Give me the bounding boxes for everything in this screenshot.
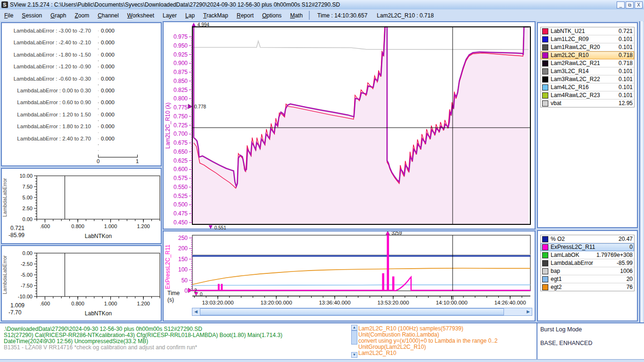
- svg-text:150: 150: [178, 256, 188, 263]
- channel-name: Lam2RawL2C_R21: [551, 60, 600, 66]
- svg-text:7.50: 7.50: [23, 184, 33, 189]
- lambda-error-histogram-panel[interactable]: LambdaLabError : -3.00 to -2.700.000Lamb…: [1, 22, 162, 166]
- channel-value: 1.79769e+308: [596, 252, 633, 258]
- menu-trackmap[interactable]: TrackMap: [199, 11, 232, 20]
- scroll-up-icon[interactable]: ▲: [351, 325, 357, 330]
- histogram-bin-value: 0.000: [101, 112, 115, 117]
- svg-text:0.775: 0.775: [173, 104, 188, 111]
- scroll-right-icon[interactable]: ▶: [525, 308, 532, 315]
- burst-log-title: Burst Log Mode: [540, 326, 592, 333]
- menu-report[interactable]: Report: [232, 11, 258, 20]
- channel-top-row-lam3rawl2c-r22[interactable]: Lam3RawL2C_R220.101: [541, 75, 634, 83]
- histogram-bin-label: LambdaLabError : 0.60 to 0.90: [17, 99, 91, 105]
- svg-text:.600: .600: [40, 301, 50, 306]
- channel-color-swatch: [542, 284, 548, 290]
- svg-text:5.00: 5.00: [23, 195, 33, 200]
- histogram-bin-label: LambdaLabError : -2.40 to -2.10: [14, 40, 91, 45]
- channel-color-swatch: [542, 260, 548, 266]
- histogram-bin-label: LambdaLabError : -1.80 to -1.50: [14, 52, 91, 58]
- scatter-plot-upper[interactable]: 10.007.505.002.500.00.6000.8001.0001.200…: [1, 168, 162, 244]
- svg-text:LambdaLabError: LambdaLabError: [2, 178, 8, 217]
- exhaust-pressure-chart-panel[interactable]: ◀ ▶ 050100150200250ExPressL2C_R1113:03:2…: [163, 230, 536, 321]
- menu-math[interactable]: Math: [286, 11, 307, 20]
- scroll-down-icon[interactable]: ▼: [351, 352, 357, 358]
- channel-top-row-lam4rawl2c-r23[interactable]: Lam4RawL2C_R230.101: [541, 91, 634, 99]
- svg-text:13:36:40.000: 13:36:40.000: [319, 300, 350, 305]
- menu-worksheet[interactable]: Worksheet: [123, 11, 158, 20]
- channel-bottom-row--o2[interactable]: % O220.47: [541, 235, 634, 243]
- scroll-left-icon[interactable]: ◀: [192, 308, 199, 315]
- svg-text:0.875: 0.875: [173, 69, 188, 75]
- app-icon: S: [1, 1, 8, 8]
- svg-text:14:26:40.000: 14:26:40.000: [494, 300, 526, 305]
- close-icon[interactable]: X: [635, 1, 643, 8]
- channel-top-row-lam2l2c-r10[interactable]: Lam2L2C_R100.718: [541, 51, 634, 59]
- svg-text:-7.70: -7.70: [8, 309, 22, 316]
- channel-top-row-labntk-u21[interactable]: LabNTK_U210.721: [541, 27, 634, 35]
- right-splitter-strip[interactable]: [639, 21, 643, 322]
- scatter-lower-svg[interactable]: 0.00-2.50-5.00-7.50-10.00.6000.8001.0001…: [2, 246, 161, 321]
- channel-color-swatch: [542, 268, 548, 274]
- menu-channel[interactable]: Channel: [93, 11, 123, 20]
- menu-layer[interactable]: Layer: [158, 11, 181, 20]
- channel-bottom-row-lamlabok[interactable]: LamLabOK1.79769e+308: [541, 251, 634, 259]
- channel-color-swatch: [542, 92, 548, 99]
- channel-bottom-row-egt2[interactable]: egt276: [541, 283, 634, 291]
- channel-value: 0.101: [619, 68, 633, 74]
- info-scrollbar[interactable]: ▲ ▼: [351, 325, 357, 358]
- svg-text:1.009: 1.009: [10, 302, 25, 309]
- menu-file[interactable]: File: [0, 11, 17, 20]
- channel-color-swatch: [542, 100, 548, 107]
- svg-text:2.50: 2.50: [23, 206, 33, 211]
- svg-text:0.550: 0.550: [173, 184, 188, 190]
- main-lambda-chart-panel[interactable]: 0.4500.4750.5000.5250.5500.5750.6000.625…: [163, 21, 536, 230]
- title-bar: S SView 2.15.274 : C:\Users\Public\Docum…: [0, 0, 644, 10]
- scatter-plot-lower[interactable]: 0.00-2.50-5.00-7.50-10.00.6000.8001.0001…: [1, 245, 162, 321]
- svg-text:0.00: 0.00: [23, 250, 33, 256]
- histogram-bin-value: 0.000: [101, 52, 115, 58]
- svg-text:0.650: 0.650: [173, 148, 188, 155]
- channel-bottom-row-expressl2c-r11[interactable]: ExPressL2C_R110: [541, 243, 634, 251]
- channel-top-row-lam3l2c-r14[interactable]: Lam3L2C_R140.101: [541, 67, 634, 75]
- scroll-thumb[interactable]: [200, 308, 504, 315]
- minimize-icon[interactable]: _: [617, 1, 625, 8]
- scatter-upper-svg[interactable]: 10.007.505.002.500.00.6000.8001.0001.200…: [2, 169, 161, 243]
- channel-value: 20: [627, 276, 633, 282]
- histogram-bin-value: 0.000: [101, 28, 115, 33]
- svg-text:(s): (s): [167, 296, 174, 303]
- menu-bar: FileSessionGraphZoomChannelWorksheetLaye…: [0, 9, 644, 22]
- channel-color-swatch: [542, 52, 548, 58]
- scroll-thumb[interactable]: [351, 330, 357, 345]
- channel-value: 0.718: [619, 60, 633, 66]
- menu-graph[interactable]: Graph: [46, 11, 70, 20]
- svg-text:1.200: 1.200: [137, 301, 150, 306]
- svg-text:0.725: 0.725: [173, 122, 188, 129]
- histogram-bin-label: LambdaLabError : -0.60 to -0.30: [14, 76, 91, 82]
- time-scrollbar[interactable]: ◀ ▶: [192, 308, 532, 316]
- channel-top-row-lam4l2c-r16[interactable]: Lam4L2C_R160.101: [541, 83, 634, 91]
- main-chart-svg[interactable]: 0.4500.4750.5000.5250.5500.5750.6000.625…: [164, 22, 535, 233]
- channel-top-row-lam1l2c-r09[interactable]: Lam1L2C_R090.101: [541, 35, 634, 43]
- channel-value: 0.101: [619, 76, 633, 82]
- menu-session[interactable]: Session: [17, 11, 46, 20]
- svg-text:1.000: 1.000: [104, 223, 117, 229]
- channel-color-swatch: [542, 36, 548, 42]
- restore-icon[interactable]: ⧉: [626, 1, 634, 8]
- menu-zoom[interactable]: Zoom: [70, 11, 93, 20]
- channel-color-swatch: [542, 236, 548, 242]
- channel-color-swatch: [542, 252, 548, 258]
- svg-text:0.551: 0.551: [215, 225, 226, 230]
- channel-name: Lam1RawL2C_R20: [551, 44, 600, 50]
- channel-top-row-lam1rawl2c-r20[interactable]: Lam1RawL2C_R200.101: [541, 43, 634, 51]
- channel-bottom-row-egt1[interactable]: egt120: [541, 275, 634, 283]
- bottom-chart-svg[interactable]: 050100150200250ExPressL2C_R1113:03:20.00…: [164, 231, 535, 307]
- channel-bottom-row-bap[interactable]: bap1006: [541, 267, 634, 275]
- svg-text:4.994: 4.994: [198, 22, 209, 27]
- channel-top-row-lam2rawl2c-r21[interactable]: Lam2RawL2C_R210.718: [541, 59, 634, 67]
- svg-text:0.700: 0.700: [173, 131, 188, 137]
- menu-lap[interactable]: Lap: [181, 11, 199, 20]
- channel-top-row-vbat[interactable]: vbat12.95: [541, 99, 634, 107]
- menu-options[interactable]: Options: [258, 11, 286, 20]
- channel-bottom-row-lambdalaberror[interactable]: LambdaLabError-85.99: [541, 259, 634, 267]
- burst-log-mode-box: Burst Log Mode BASE, ENHANCED: [540, 326, 592, 347]
